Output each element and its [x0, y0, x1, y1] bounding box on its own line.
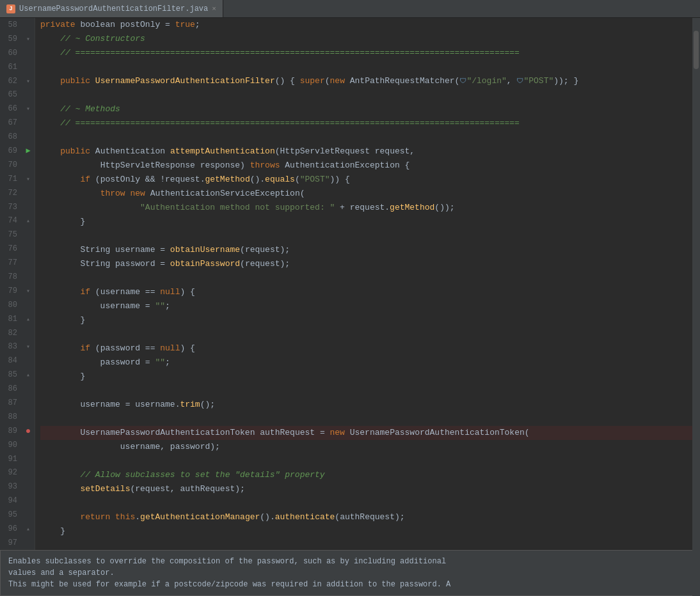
gutter-row-74: 74 ▴ — [0, 214, 35, 228]
gutter-row-84: 84 — [0, 354, 35, 368]
line-num-68: 68 — [0, 132, 22, 141]
code-line-95: return this.getAuthenticationManager().a… — [40, 510, 700, 524]
doc-line-3: This might be used for example if a post… — [8, 580, 450, 589]
doc-popup: Enables subclasses to override the compo… — [0, 550, 700, 596]
fold-icon-71[interactable]: ▾ — [22, 175, 34, 183]
code-line-68 — [40, 130, 700, 145]
gutter-row-66: 66 ▾ — [0, 102, 35, 116]
fold-icon-59[interactable]: ▾ — [22, 35, 34, 43]
line-num-80: 80 — [0, 301, 22, 310]
fold-icon-62[interactable]: ▾ — [22, 77, 34, 85]
gutter-row-60: 60 — [0, 46, 35, 60]
gutter-row-80: 80 — [0, 298, 35, 312]
breakpoint-icon-89[interactable]: ● — [22, 426, 34, 436]
code-line-88 — [40, 412, 700, 426]
line-num-72: 72 — [0, 189, 22, 198]
code-line-67: // =====================================… — [40, 116, 700, 130]
gutter-row-70: 70 — [0, 158, 35, 172]
close-tab-icon[interactable]: × — [212, 5, 216, 13]
code-line-81: } — [40, 313, 700, 327]
code-line-76: String username = obtainUsername(request… — [40, 243, 700, 257]
gutter-row-85: 85 ▴ — [0, 368, 35, 382]
line-num-82: 82 — [0, 329, 22, 338]
fold-icon-66[interactable]: ▾ — [22, 105, 34, 113]
line-num-77: 77 — [0, 258, 22, 267]
code-line-89: UsernamePasswordAuthenticationToken auth… — [40, 426, 700, 440]
line-num-73: 73 — [0, 203, 22, 212]
code-line-66: // ~ Methods — [40, 102, 700, 116]
line-num-85: 85 — [0, 370, 22, 379]
fold-icon-74[interactable]: ▴ — [22, 217, 34, 224]
line-num-83: 83 — [0, 342, 22, 351]
fold-icon-85[interactable]: ▴ — [22, 371, 34, 379]
gutter-row-75: 75 — [0, 228, 35, 242]
gutter-row-69: 69 ▶ — [0, 144, 35, 158]
gutter-row-71: 71 ▾ — [0, 172, 35, 186]
editor: 58 59 ▾ 60 61 — [0, 18, 700, 596]
line-num-74: 74 — [0, 216, 22, 225]
scrollbar-track[interactable] — [692, 18, 700, 550]
gutter-row-95: 95 — [0, 508, 35, 522]
scrollbar-thumb[interactable] — [694, 31, 699, 69]
gutter-row-90: 90 — [0, 438, 35, 452]
line-num-75: 75 — [0, 230, 22, 239]
fold-icon-83[interactable]: ▾ — [22, 343, 34, 350]
fold-icon-96[interactable]: ▴ — [22, 525, 34, 533]
code-line-58: private boolean postOnly = true; — [40, 18, 700, 32]
code-line-86 — [40, 384, 700, 398]
code-line-59: // ~ Constructors — [40, 32, 700, 46]
gutter-row-81: 81 ▴ — [0, 312, 35, 326]
code-line-84: password = ""; — [40, 356, 700, 370]
code-line-96: } — [40, 524, 700, 538]
line-num-93: 93 — [0, 482, 22, 491]
code-line-87: username = username.trim(); — [40, 398, 700, 412]
code-line-65 — [40, 88, 700, 102]
code-line-79: if (username == null) { — [40, 285, 700, 299]
gutter-row-89: 89 ● — [0, 424, 35, 438]
gutter-row-87: 87 — [0, 396, 35, 410]
code-line-94 — [40, 496, 700, 510]
gutter-row-62: 62 ▾ — [0, 74, 35, 88]
code-line-71: if (postOnly && !request.getMethod().equ… — [40, 173, 700, 187]
active-tab[interactable]: J UsernamePasswordAuthenticationFilter.j… — [0, 0, 223, 17]
gutter-row-78: 78 — [0, 270, 35, 284]
gutter-row-79: 79 ▾ — [0, 284, 35, 298]
gutter-row-72: 72 — [0, 186, 35, 200]
line-num-81: 81 — [0, 315, 22, 324]
gutter-row-73: 73 — [0, 200, 35, 214]
code-area: 58 59 ▾ 60 61 — [0, 18, 700, 596]
line-num-84: 84 — [0, 356, 22, 365]
line-num-97: 97 — [0, 538, 22, 547]
fold-icon-79[interactable]: ▾ — [22, 287, 34, 295]
line-num-78: 78 — [0, 272, 22, 281]
line-num-79: 79 — [0, 286, 22, 295]
line-gutter: 58 59 ▾ 60 61 — [0, 18, 35, 550]
line-num-91: 91 — [0, 455, 22, 464]
gutter-row-97: 97 — [0, 536, 35, 550]
gutter-row-67: 67 — [0, 116, 35, 130]
line-num-96: 96 — [0, 524, 22, 533]
code-line-93: setDetails(request, authRequest); — [40, 482, 700, 496]
fold-icon-81[interactable]: ▴ — [22, 315, 34, 323]
gutter-row-68: 68 — [0, 130, 35, 144]
line-num-95: 95 — [0, 510, 22, 519]
gutter-row-65: 65 — [0, 88, 35, 102]
line-num-67: 67 — [0, 118, 22, 127]
line-num-66: 66 — [0, 104, 22, 113]
line-num-59: 59 — [0, 35, 22, 43]
code-line-85: } — [40, 370, 700, 384]
code-line-77: String password = obtainPassword(request… — [40, 257, 700, 271]
code-line-91 — [40, 454, 700, 468]
code-content[interactable]: private boolean postOnly = true; // ~ Co… — [35, 18, 700, 550]
tab-label: UsernamePasswordAuthenticationFilter.jav… — [19, 4, 208, 13]
code-line-92: // Allow subclasses to set the "details"… — [40, 468, 700, 482]
run-icon-69[interactable]: ▶ — [22, 146, 34, 155]
code-line-75 — [40, 229, 700, 243]
gutter-row-93: 93 — [0, 480, 35, 494]
line-num-92: 92 — [0, 468, 22, 477]
gutter-row-82: 82 — [0, 326, 35, 340]
gutter-row-88: 88 — [0, 410, 35, 424]
code-line-60: // =====================================… — [40, 46, 700, 60]
gutter-row-58: 58 — [0, 18, 35, 32]
gutter-row-91: 91 — [0, 452, 35, 466]
